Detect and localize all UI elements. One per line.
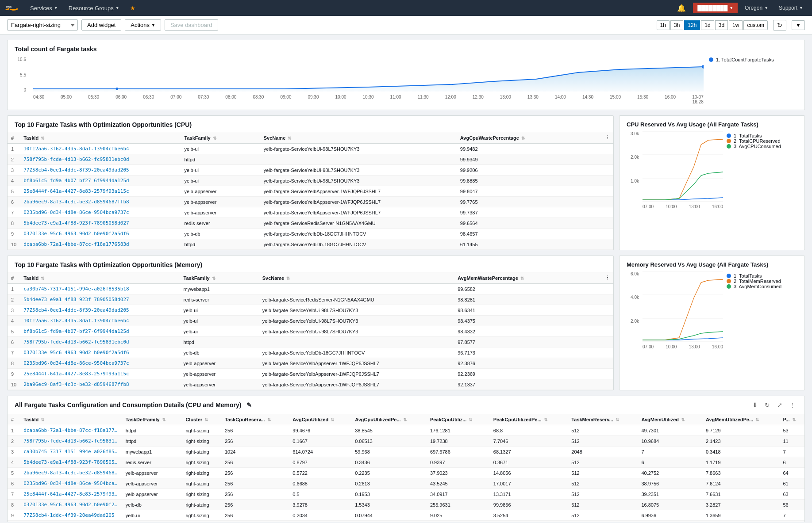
table-row[interactable]: 4 bf8b61c5-fd9a-4b07-bf27-6f9944da125d y…	[8, 176, 613, 186]
col-header-avgmem[interactable]: AvgMemWastePercentage ⇅	[454, 272, 601, 284]
time-custom-button[interactable]: custom	[743, 20, 768, 30]
x-label: 04:30	[33, 95, 44, 104]
table-row[interactable]: 10 2ba96ec9-8af3-4c3c-be32-d8594687ffb8 …	[8, 379, 613, 390]
table-row[interactable]: 7 0235bd96-0d34-4d8e-86ce-9504bca9737c y…	[8, 207, 613, 218]
x-label: 14:30	[582, 95, 593, 104]
edit-icon[interactable]: ✎	[246, 401, 252, 408]
time-3d-button[interactable]: 3d	[715, 20, 728, 30]
col-avgmem-header[interactable]: AvgMemUtilized ⇅	[638, 414, 702, 425]
favorites-nav-button[interactable]: ★	[127, 0, 139, 16]
table-row[interactable]: 4 10f12aa6-3f62-43d5-8daf-f3904cfbe6b4 y…	[8, 316, 613, 326]
col-avgmempct-header[interactable]: AvgMemUtilizedPe... ⇅	[702, 414, 779, 425]
memory-chart-legend: 1. TotalTasks 2. TotalMemReserved 3. Avg…	[727, 271, 797, 349]
table-row[interactable]: 8 0235bd96-0d34-4d8e-86ce-9504bca9737c y…	[8, 358, 613, 369]
table-row[interactable]: 2 758f795b-fcde-4d13-b662-fc95831ebc0d h…	[8, 154, 613, 165]
table-row[interactable]: 6 758f795b-fcde-4d13-b662-fc95831ebc0d h…	[8, 337, 613, 347]
total-count-chart-card: Total count of Fargate tasks 10.6 5.5 0	[7, 40, 805, 110]
table-row[interactable]: 2 758f795b-fcde-4d13-b662-fc95831ebc0d h…	[8, 436, 804, 447]
col-cpures-header[interactable]: TaskCpuReserv... ⇅	[221, 414, 289, 425]
table-row[interactable]: 4 5b4dee73-e9a1-4f88-923f-78905058d027 r…	[8, 457, 804, 468]
x-label: 08:30	[253, 95, 264, 104]
col-header-num: #	[8, 132, 20, 144]
region-selector[interactable]: Oregon ▼	[741, 5, 772, 11]
actions-button[interactable]: Actions ▼	[125, 19, 161, 31]
time-1d-button[interactable]: 1d	[701, 20, 714, 30]
profile-caret-icon: ▼	[729, 6, 733, 10]
col-taskid-header[interactable]: TaskId ⇅	[20, 414, 122, 425]
table-row[interactable]: 7 25e8444f-641a-4427-8e83-2579f93a115c y…	[8, 489, 804, 500]
col-header-svcname[interactable]: SvcName ⇅	[259, 272, 454, 284]
x-label: 12:00	[445, 95, 456, 104]
time-1h-button[interactable]: 1h	[657, 20, 670, 30]
add-widget-button[interactable]: Add widget	[81, 19, 121, 31]
col-taskdeffamily-header[interactable]: TaskDefFamily ⇅	[122, 414, 182, 425]
aws-logo[interactable]: aws	[5, 3, 21, 13]
table-row[interactable]: 1 ca30b745-7317-4151-994e-a026f8535b18 m…	[8, 284, 613, 294]
support-button[interactable]: Support ▼	[775, 5, 807, 11]
save-dashboard-button[interactable]: Save dashboard	[165, 19, 218, 31]
services-caret-icon: ▼	[54, 6, 58, 10]
col-header-taskid[interactable]: TaskId ⇅	[20, 272, 180, 284]
col-memres-header[interactable]: TaskMemReserv... ⇅	[568, 414, 638, 425]
cpu-chart-svg-area: 3.0k 2.0k 1.0k	[627, 131, 723, 209]
table-row[interactable]: 8 5b4dee73-e9a1-4f88-923f-78905058d027 r…	[8, 218, 613, 229]
table-row[interactable]: 8 0370133e-95c6-4963-90d2-b0e90f2a5df6 y…	[8, 500, 804, 510]
table-row[interactable]: 6 2ba96ec9-8af3-4c3c-be32-d8594687ffb8 y…	[8, 197, 613, 207]
col-p-header[interactable]: P... ⇅	[779, 414, 804, 425]
col-header-taskid[interactable]: TaskId ⇅	[20, 132, 181, 144]
x-label: 10:30	[363, 95, 374, 104]
more-options-icon[interactable]: ⋮	[788, 401, 797, 409]
col-header-menu[interactable]: ⋮	[601, 272, 613, 284]
time-3h-button[interactable]: 3h	[670, 20, 683, 30]
table-row[interactable]: 10 dcaba6bb-72a1-4bbe-87cc-f18a1776583d …	[8, 239, 613, 250]
col-header-menu[interactable]: ⋮	[601, 132, 613, 144]
memory-chart-title: Memory Reserved Vs Avg Usage (All Fargat…	[627, 261, 797, 268]
table-row[interactable]: 5 2ba96ec9-8af3-4c3c-be32-d8594687ffb8 y…	[8, 468, 804, 478]
services-nav-button[interactable]: Services ▼	[27, 0, 62, 16]
col-num-header: #	[8, 414, 20, 425]
table-header-row: # TaskId ⇅ TaskFamily ⇅ SvcName ⇅ AvgCpu…	[8, 132, 613, 144]
cpu-table-title: Top 10 Fargate Tasks with Optimization O…	[8, 116, 613, 132]
col-header-taskfamily[interactable]: TaskFamily ⇅	[181, 132, 260, 144]
time-1w-button[interactable]: 1w	[729, 20, 743, 30]
profile-button[interactable]: ████████ ▼	[693, 3, 738, 13]
notifications-bell-icon[interactable]: 🔔	[673, 4, 689, 12]
resource-groups-nav-button[interactable]: Resource Groups ▼	[65, 0, 123, 16]
refresh-table-icon[interactable]: ↻	[763, 401, 772, 409]
actions-caret-icon: ▼	[151, 23, 155, 27]
col-peakcpu-header[interactable]: PeakCpuUtiliz... ⇅	[427, 414, 490, 425]
cpu-chart-title: CPU Reserved Vs Avg Usage (All Fargate T…	[627, 121, 797, 128]
table-row[interactable]: 3 77Z58cb4-0ee1-4ddc-8f39-20ea49dad205 y…	[8, 305, 613, 316]
download-icon[interactable]: ⬇	[750, 401, 759, 409]
table-row[interactable]: 1 10f12aa6-3f62-43d5-8daf-f3904cfbe6b4 y…	[8, 144, 613, 154]
time-12h-button[interactable]: 12h	[684, 20, 700, 30]
x-label: 10-0716:28	[692, 95, 704, 104]
col-header-svcname[interactable]: SvcName ⇅	[260, 132, 457, 144]
table-row[interactable]: 1 dcaba6bb-72a1-4bbe-87cc-f18a1776583d h…	[8, 425, 804, 436]
table-row[interactable]: 10 10f12aa6-3f62-43d5-8daf-f3904cfbe6b4 …	[8, 521, 804, 523]
table-row[interactable]: 5 25e8444f-641a-4427-8e83-2579f93a115c y…	[8, 186, 613, 197]
table-row[interactable]: 9 77Z58cb4-1ddc-4f39-20ea49dad205 yelb-u…	[8, 510, 804, 521]
table-row[interactable]: 6 0235bd96-0d34-4d8e-86ce-9504bca9737c y…	[8, 478, 804, 489]
refresh-button[interactable]: ↻	[773, 20, 786, 31]
x-label: 16:00	[665, 95, 676, 104]
table-row[interactable]: 9 0370133e-95c6-4963-90d2-b0e90f2a5df6 y…	[8, 229, 613, 239]
col-header-taskfamily[interactable]: TaskFamily ⇅	[180, 272, 259, 284]
total-count-chart-title: Total count of Fargate tasks	[15, 46, 797, 53]
table-row[interactable]: 9 25e8444f-641a-4427-8e83-2579f93a115c y…	[8, 369, 613, 379]
x-label: 11:00	[390, 95, 401, 104]
expand-icon[interactable]: ⤢	[775, 401, 784, 409]
col-avgcpupct-header[interactable]: AvgCpuUtilizedPe... ⇅	[351, 414, 427, 425]
table-row[interactable]: 5 bf8b61c5-fd9a-4b07-bf27-6f9944da125d y…	[8, 326, 613, 337]
col-header-avgcpu[interactable]: AvgCpuWastePercentage ⇅	[457, 132, 601, 144]
col-cluster-header[interactable]: Cluster ⇅	[182, 414, 221, 425]
x-label: 06:00	[115, 95, 127, 104]
more-options-button[interactable]: ▼	[792, 20, 805, 30]
table-row[interactable]: 7 0370133e-95c6-4963-90d2-b0e90f2a5df6 y…	[8, 347, 613, 358]
dashboard-selector[interactable]: Fargate-right-sizing	[7, 19, 78, 31]
table-row[interactable]: 2 5b4dee73-e9a1-4f88-923f-78905058d027 r…	[8, 294, 613, 305]
table-row[interactable]: 3 77Z58cb4-0ee1-4ddc-8f39-20ea49dad205 y…	[8, 165, 613, 176]
col-peakcpupct-header[interactable]: PeakCpuUtilizedPe... ⇅	[490, 414, 568, 425]
col-avgcpu-header[interactable]: AvgCpuUtilized ⇅	[289, 414, 351, 425]
table-row[interactable]: 3 ca30b745-7317-4151-994e-a026f8535b18 m…	[8, 447, 804, 457]
